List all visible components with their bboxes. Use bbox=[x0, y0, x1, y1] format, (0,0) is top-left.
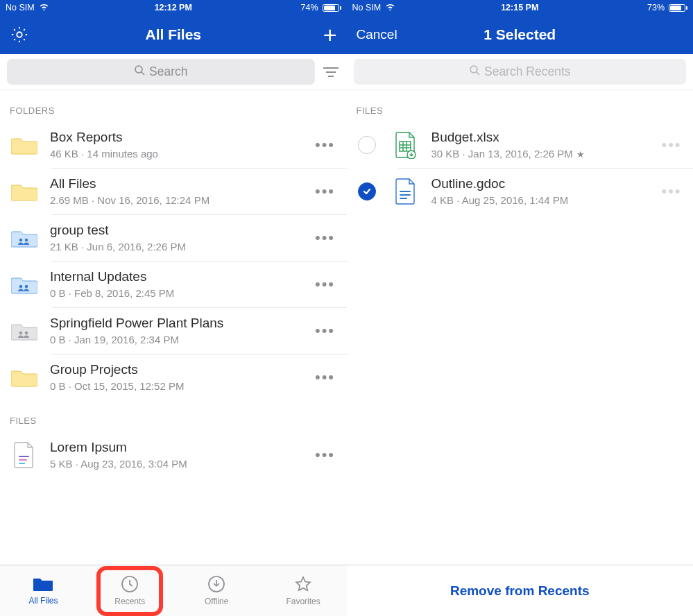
status-bar: No SIM 12:12 PM 74% bbox=[0, 0, 347, 15]
shared-folder-icon bbox=[10, 228, 39, 248]
search-icon bbox=[134, 65, 145, 79]
sort-icon[interactable] bbox=[322, 67, 340, 77]
svg-point-1 bbox=[135, 66, 142, 73]
file-doc-icon bbox=[10, 441, 39, 469]
pane-selection: No SIM 12:15 PM 73% Cancel 1 Selected bbox=[347, 0, 694, 616]
more-icon: ••• bbox=[660, 136, 683, 154]
item-meta: 0 B · Jan 19, 2016, 2:34 PM bbox=[50, 334, 314, 345]
svg-point-6 bbox=[25, 284, 28, 288]
search-placeholder: Search Recents bbox=[484, 65, 571, 79]
settings-icon[interactable] bbox=[10, 25, 29, 44]
item-name: Group Projects bbox=[50, 362, 314, 377]
search-input: Search Recents bbox=[354, 59, 687, 85]
more-icon[interactable]: ••• bbox=[314, 446, 337, 464]
item-name: Lorem Ipsum bbox=[50, 440, 314, 455]
list-item[interactable]: Box Reports 46 KB · 14 minutes ago ••• bbox=[0, 121, 347, 168]
clock: 12:15 PM bbox=[464, 3, 576, 12]
tab-recents[interactable]: Recents bbox=[87, 575, 173, 606]
item-name: Box Reports bbox=[50, 130, 314, 145]
more-icon[interactable]: ••• bbox=[314, 182, 337, 200]
list-item[interactable]: All Files 2.69 MB · Nov 16, 2016, 12:24 … bbox=[0, 168, 347, 214]
search-icon bbox=[469, 65, 480, 79]
svg-point-4 bbox=[25, 238, 28, 241]
item-meta: 0 B · Oct 15, 2015, 12:52 PM bbox=[50, 380, 314, 392]
star-icon bbox=[294, 575, 312, 593]
svg-point-0 bbox=[17, 32, 22, 37]
item-name: group test bbox=[50, 223, 314, 238]
item-meta: 4 KB · Aug 25, 2016, 1:44 PM bbox=[431, 194, 660, 206]
file-list[interactable]: FILES Budget.xlsx 30 KB · Jan 13, 2016, … bbox=[347, 90, 694, 565]
more-icon: ••• bbox=[660, 182, 683, 200]
tab-label: Recents bbox=[114, 597, 145, 606]
tab-label: Favorites bbox=[286, 597, 320, 606]
carrier-text: No SIM bbox=[6, 3, 35, 12]
search-input[interactable]: Search bbox=[7, 59, 315, 85]
more-icon[interactable]: ••• bbox=[314, 229, 337, 247]
more-icon[interactable]: ••• bbox=[314, 275, 337, 293]
battery-percent: 73% bbox=[647, 3, 665, 12]
download-icon bbox=[207, 575, 225, 593]
item-name: Outline.gdoc bbox=[431, 176, 660, 191]
battery-icon bbox=[321, 4, 341, 12]
file-list[interactable]: FOLDERS Box Reports 46 KB · 14 minutes a… bbox=[0, 90, 347, 565]
battery-percent: 74% bbox=[300, 3, 318, 12]
item-meta: 2.69 MB · Nov 16, 2016, 12:24 PM bbox=[50, 194, 314, 206]
svg-point-8 bbox=[25, 331, 28, 334]
shared-folder-gray-icon bbox=[10, 320, 39, 341]
nav-header: Cancel 1 Selected bbox=[347, 15, 694, 54]
select-checkbox[interactable] bbox=[358, 136, 376, 154]
battery-icon bbox=[667, 4, 687, 12]
shared-folder-icon bbox=[10, 274, 39, 295]
list-item[interactable]: Outline.gdoc 4 KB · Aug 25, 2016, 1:44 P… bbox=[347, 168, 694, 214]
search-row: Search Recents bbox=[347, 54, 694, 90]
tab-offline[interactable]: Offline bbox=[173, 575, 260, 606]
item-name: Internal Updates bbox=[50, 269, 314, 284]
file-gdoc-icon bbox=[391, 178, 420, 205]
favorite-star-icon: ★ bbox=[574, 149, 585, 160]
item-name: Springfield Power Plant Plans bbox=[50, 316, 314, 331]
more-icon[interactable]: ••• bbox=[314, 136, 337, 154]
svg-point-5 bbox=[19, 284, 23, 288]
list-item[interactable]: Group Projects 0 B · Oct 15, 2015, 12:52… bbox=[0, 354, 347, 400]
svg-point-7 bbox=[19, 331, 23, 334]
svg-line-15 bbox=[477, 72, 479, 75]
list-item[interactable]: group test 21 KB · Jun 6, 2016, 2:26 PM … bbox=[0, 214, 347, 261]
section-folders: FOLDERS bbox=[0, 90, 347, 121]
folder-icon bbox=[10, 367, 39, 388]
svg-line-2 bbox=[142, 72, 144, 75]
more-icon[interactable]: ••• bbox=[314, 322, 337, 340]
pane-all-files: No SIM 12:12 PM 74% bbox=[0, 0, 347, 616]
item-meta: 5 KB · Aug 23, 2016, 3:04 PM bbox=[50, 458, 314, 470]
item-meta: 30 KB · Jan 13, 2016, 2:26 PM ★ bbox=[431, 148, 660, 160]
list-item[interactable]: Lorem Ipsum 5 KB · Aug 23, 2016, 3:04 PM… bbox=[0, 431, 347, 478]
select-checkbox[interactable] bbox=[358, 182, 376, 200]
svg-point-3 bbox=[19, 238, 23, 241]
wifi-icon bbox=[39, 3, 49, 12]
item-meta: 0 B · Feb 8, 2016, 2:45 PM bbox=[50, 287, 314, 299]
list-item[interactable]: Internal Updates 0 B · Feb 8, 2016, 2:45… bbox=[0, 261, 347, 307]
page-title: All Files bbox=[65, 26, 282, 43]
item-name: All Files bbox=[50, 176, 314, 191]
remove-from-recents-button[interactable]: Remove from Recents bbox=[450, 583, 590, 599]
nav-header: All Files + bbox=[0, 15, 347, 54]
status-bar: No SIM 12:15 PM 73% bbox=[347, 0, 694, 15]
folder-icon bbox=[33, 576, 53, 592]
section-files: FILES bbox=[0, 400, 347, 431]
more-icon[interactable]: ••• bbox=[314, 368, 337, 386]
list-item[interactable]: Springfield Power Plant Plans 0 B · Jan … bbox=[0, 307, 347, 354]
item-meta: 46 KB · 14 minutes ago bbox=[50, 148, 314, 160]
search-placeholder: Search bbox=[149, 65, 187, 79]
tab-label: Offline bbox=[205, 597, 228, 606]
tab-all-files[interactable]: All Files bbox=[0, 576, 87, 606]
add-icon[interactable]: + bbox=[323, 23, 337, 46]
svg-point-14 bbox=[470, 66, 477, 73]
list-item[interactable]: Budget.xlsx 30 KB · Jan 13, 2016, 2:26 P… bbox=[347, 121, 694, 168]
wifi-icon bbox=[385, 3, 395, 12]
bottom-toolbar: Remove from Recents bbox=[347, 565, 694, 616]
section-files: FILES bbox=[347, 90, 694, 121]
search-row: Search bbox=[0, 54, 347, 90]
tab-label: All Files bbox=[28, 596, 58, 606]
item-meta: 21 KB · Jun 6, 2016, 2:26 PM bbox=[50, 241, 314, 253]
tab-favorites[interactable]: Favorites bbox=[260, 575, 347, 606]
cancel-button[interactable]: Cancel bbox=[357, 27, 397, 42]
